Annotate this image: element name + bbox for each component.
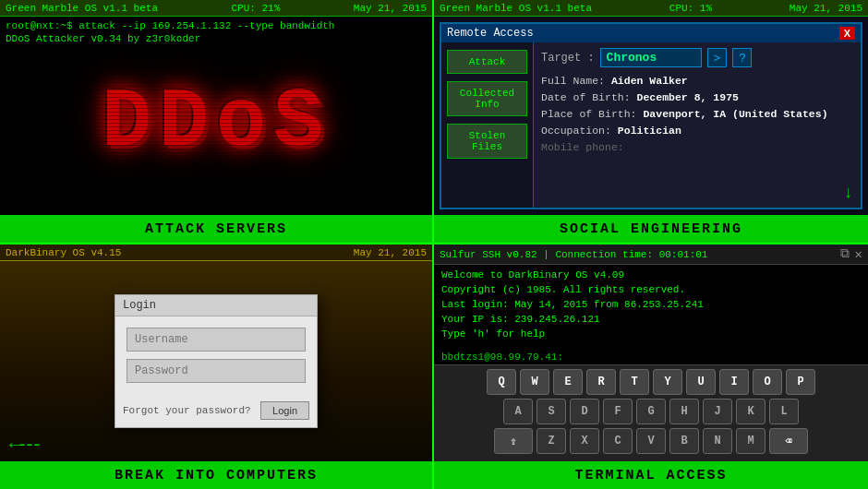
attack-terminal: root@nxt:~$ attack --ip 169.254.1.132 --… bbox=[0, 17, 432, 215]
attack-label: ATTACK SERVERS bbox=[0, 215, 432, 243]
password-input[interactable] bbox=[127, 359, 306, 383]
login-submit-button[interactable]: Login bbox=[260, 401, 309, 420]
term-line-2: Copyright (c) 1985. All rights reserved. bbox=[441, 283, 861, 298]
remote-access-window: Remote Access X Attack Collected Info St… bbox=[440, 22, 862, 209]
forgot-password-link[interactable]: Forgot your password? bbox=[123, 405, 251, 416]
attack-cmd2: DDoS Attacker v0.34 by z3r0koder bbox=[6, 33, 427, 44]
key-J[interactable]: J bbox=[703, 399, 732, 424]
key-Z[interactable]: Z bbox=[536, 428, 566, 454]
key-O[interactable]: O bbox=[753, 369, 782, 395]
key-G[interactable]: G bbox=[636, 399, 666, 424]
break-os-date: May 21, 2015 bbox=[354, 247, 427, 258]
key-U[interactable]: U bbox=[686, 369, 716, 395]
attack-cmd1: root@nxt:~$ attack --ip 169.254.1.132 --… bbox=[6, 20, 427, 31]
key-H[interactable]: H bbox=[669, 399, 699, 424]
attack-os-cpu: CPU: 21% bbox=[232, 3, 281, 14]
term-line-4: Your IP is: 239.245.26.121 bbox=[441, 313, 861, 328]
attack-button[interactable]: Attack bbox=[447, 50, 527, 74]
key-M[interactable]: M bbox=[736, 428, 766, 454]
key-K[interactable]: K bbox=[736, 399, 766, 424]
key-F[interactable]: F bbox=[603, 399, 633, 424]
info-occupation: Occupation: Politician bbox=[541, 125, 853, 137]
keyboard-area: Q W E R T Y U I O P A S D F G H J K L ⇧ … bbox=[434, 364, 868, 461]
key-P[interactable]: P bbox=[786, 369, 815, 395]
info-pob: Place of Birth: Davenport, IA (United St… bbox=[541, 108, 853, 120]
attack-os-title: Green Marble OS v1.1 beta bbox=[6, 3, 158, 14]
break-os-title: DarkBinary OS v4.15 bbox=[6, 247, 121, 258]
terminal-output: Welcome to DarkBinary OS v4.09 Copyright… bbox=[434, 265, 868, 350]
back-arrow-icon: ←--- bbox=[9, 435, 39, 456]
scroll-down-icon[interactable]: ↓ bbox=[541, 184, 853, 202]
social-os-title: Green Marble OS v1.1 beta bbox=[440, 3, 592, 14]
keyboard-row-2: A S D F G H J K L bbox=[440, 399, 862, 424]
key-Q[interactable]: Q bbox=[487, 369, 516, 395]
target-label: Target : bbox=[541, 52, 595, 65]
remote-access-sidebar: Attack Collected Info Stolen Files bbox=[441, 42, 534, 208]
info-mobile: Mobile phone: bbox=[541, 141, 853, 153]
key-shift[interactable]: ⇧ bbox=[494, 428, 533, 454]
keyboard-row-1: Q W E R T Y U I O P bbox=[440, 369, 862, 395]
ssh-titlebar: Sulfur SSH v0.82 | Connection time: 00:0… bbox=[434, 244, 868, 265]
keyboard-row-3: ⇧ Z X C V B N M ⌫ bbox=[440, 428, 862, 454]
remote-access-title: Remote Access bbox=[447, 27, 534, 40]
social-label: SOCIAL ENGINEERING bbox=[434, 215, 868, 243]
key-X[interactable]: X bbox=[570, 428, 599, 454]
key-N[interactable]: N bbox=[703, 428, 732, 454]
attack-servers-quadrant: Green Marble OS v1.1 beta CPU: 21% May 2… bbox=[0, 0, 434, 244]
collected-info-button[interactable]: Collected Info bbox=[447, 81, 527, 116]
term-line-1: Welcome to DarkBinary OS v4.09 bbox=[441, 268, 861, 283]
terminal-prompt: bbdtzs1@98.99.79.41: bbox=[434, 350, 868, 364]
social-os-cpu: CPU: 1% bbox=[669, 3, 712, 14]
attack-os-date: May 21, 2015 bbox=[354, 3, 427, 14]
key-S[interactable]: S bbox=[536, 399, 566, 424]
social-os-bar: Green Marble OS v1.1 beta CPU: 1% May 21… bbox=[434, 0, 868, 17]
attack-os-bar: Green Marble OS v1.1 beta CPU: 21% May 2… bbox=[0, 0, 432, 17]
target-row: Target : Chronos > ? bbox=[541, 48, 853, 67]
break-label: BREAK INTO COMPUTERS bbox=[0, 461, 432, 489]
window-icon[interactable]: ⧉ bbox=[840, 246, 850, 262]
term-line-3: Last login: May 14, 2015 from 86.253.25.… bbox=[441, 298, 861, 313]
break-computers-quadrant: DarkBinary OS v4.15 May 21, 2015 Login F… bbox=[0, 244, 434, 489]
key-C[interactable]: C bbox=[603, 428, 633, 454]
terminal-access-quadrant: Sulfur SSH v0.82 | Connection time: 00:0… bbox=[434, 244, 868, 489]
break-os-bar: DarkBinary OS v4.15 May 21, 2015 bbox=[0, 244, 432, 261]
login-window: Login Forgot your password? Login bbox=[115, 294, 318, 428]
key-W[interactable]: W bbox=[520, 369, 549, 395]
key-backspace[interactable]: ⌫ bbox=[769, 428, 808, 454]
info-dob: Date of Birth: December 8, 1975 bbox=[541, 91, 853, 103]
target-help-button[interactable]: ? bbox=[732, 48, 752, 67]
key-R[interactable]: R bbox=[586, 369, 616, 395]
target-nav-arrow[interactable]: > bbox=[707, 48, 728, 67]
ssh-icon-group: ⧉ ✕ bbox=[840, 246, 862, 262]
break-bg-area: Login Forgot your password? Login ←--- bbox=[0, 261, 432, 461]
key-I[interactable]: I bbox=[719, 369, 749, 395]
social-os-date: May 21, 2015 bbox=[790, 3, 862, 14]
info-pob-value: Davenport, IA (United States) bbox=[643, 108, 827, 120]
key-B[interactable]: B bbox=[669, 428, 699, 454]
info-dob-value: December 8, 1975 bbox=[637, 91, 739, 103]
key-Y[interactable]: Y bbox=[653, 369, 682, 395]
key-V[interactable]: V bbox=[636, 428, 666, 454]
key-T[interactable]: T bbox=[620, 369, 649, 395]
key-L[interactable]: L bbox=[769, 399, 799, 424]
login-title: Login bbox=[115, 295, 317, 316]
login-footer: Forgot your password? Login bbox=[115, 398, 317, 427]
info-occupation-value: Politician bbox=[618, 125, 681, 137]
stolen-files-button[interactable]: Stolen Files bbox=[447, 124, 527, 159]
ddos-graphic: DDoS bbox=[0, 44, 432, 201]
terminal-label: TERMINAL ACCESS bbox=[434, 461, 868, 489]
ddos-text: DDoS bbox=[102, 76, 331, 170]
remote-access-titlebar: Remote Access X bbox=[441, 24, 861, 42]
target-value[interactable]: Chronos bbox=[600, 48, 702, 67]
key-D[interactable]: D bbox=[570, 399, 599, 424]
ssh-close-icon[interactable]: ✕ bbox=[855, 246, 862, 262]
username-input[interactable] bbox=[127, 328, 306, 352]
key-A[interactable]: A bbox=[503, 399, 533, 424]
remote-access-content: Target : Chronos > ? Full Name: Aiden Wa… bbox=[534, 42, 861, 208]
remote-access-close-button[interactable]: X bbox=[839, 27, 855, 40]
term-line-5: Type 'h' for help bbox=[441, 328, 861, 342]
ssh-title: Sulfur SSH v0.82 | Connection time: 00:0… bbox=[440, 249, 707, 260]
login-body bbox=[115, 316, 317, 398]
key-E[interactable]: E bbox=[553, 369, 583, 395]
social-engineering-quadrant: Green Marble OS v1.1 beta CPU: 1% May 21… bbox=[434, 0, 868, 244]
